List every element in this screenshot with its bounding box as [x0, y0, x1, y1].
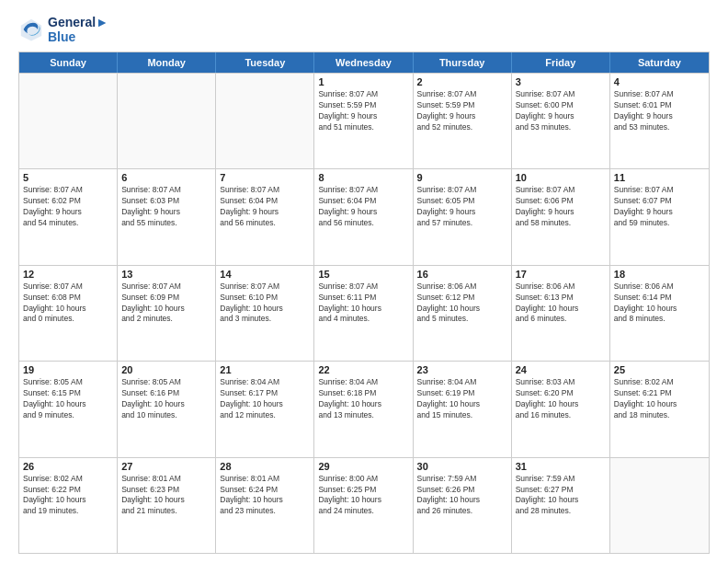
calendar-cell: 27Sunrise: 8:01 AM Sunset: 6:23 PM Dayli…: [118, 458, 216, 553]
logo-icon: [18, 17, 44, 42]
cell-info: Sunrise: 8:06 AM Sunset: 6:14 PM Dayligh…: [614, 282, 705, 326]
logo: General► Blue: [18, 15, 108, 44]
calendar-cell: 28Sunrise: 8:01 AM Sunset: 6:24 PM Dayli…: [216, 458, 314, 553]
cell-info: Sunrise: 8:07 AM Sunset: 6:09 PM Dayligh…: [121, 282, 211, 326]
calendar-cell: 24Sunrise: 8:03 AM Sunset: 6:20 PM Dayli…: [512, 362, 610, 456]
calendar-cell: 12Sunrise: 8:07 AM Sunset: 6:08 PM Dayli…: [19, 266, 118, 361]
header: General► Blue: [18, 15, 710, 44]
calendar-cell: 19Sunrise: 8:05 AM Sunset: 6:15 PM Dayli…: [19, 362, 118, 456]
cell-info: Sunrise: 8:01 AM Sunset: 6:23 PM Dayligh…: [121, 474, 211, 518]
cell-info: Sunrise: 8:07 AM Sunset: 6:02 PM Dayligh…: [23, 185, 113, 229]
calendar-cell: 10Sunrise: 8:07 AM Sunset: 6:06 PM Dayli…: [512, 169, 610, 264]
calendar-cell: 29Sunrise: 8:00 AM Sunset: 6:25 PM Dayli…: [314, 458, 413, 553]
cell-date: 31: [516, 461, 606, 472]
cell-date: 14: [220, 269, 310, 280]
header-day-thursday: Thursday: [414, 52, 512, 73]
calendar-cell: 23Sunrise: 8:04 AM Sunset: 6:19 PM Dayli…: [414, 362, 512, 456]
cell-info: Sunrise: 7:59 AM Sunset: 6:26 PM Dayligh…: [417, 474, 507, 518]
cell-date: 16: [417, 269, 507, 280]
cell-date: 28: [220, 461, 310, 472]
cell-info: Sunrise: 8:07 AM Sunset: 6:03 PM Dayligh…: [121, 185, 211, 229]
cell-info: Sunrise: 8:07 AM Sunset: 6:00 PM Dayligh…: [516, 89, 606, 133]
cell-date: 25: [614, 364, 705, 375]
cell-date: 23: [417, 364, 507, 375]
page: General► Blue SundayMondayTuesdayWednesd…: [0, 0, 728, 563]
calendar-body: 1Sunrise: 8:07 AM Sunset: 5:59 PM Daylig…: [19, 73, 709, 553]
cell-info: Sunrise: 8:07 AM Sunset: 5:59 PM Dayligh…: [417, 89, 507, 133]
calendar-cell: 17Sunrise: 8:06 AM Sunset: 6:13 PM Dayli…: [512, 266, 610, 361]
calendar-cell: 31Sunrise: 7:59 AM Sunset: 6:27 PM Dayli…: [512, 458, 610, 553]
cell-date: 22: [318, 364, 408, 375]
cell-date: 26: [23, 461, 113, 472]
cell-info: Sunrise: 8:06 AM Sunset: 6:13 PM Dayligh…: [516, 282, 606, 326]
cell-date: 10: [516, 172, 606, 183]
cell-info: Sunrise: 8:07 AM Sunset: 6:05 PM Dayligh…: [417, 185, 507, 229]
cell-info: Sunrise: 8:06 AM Sunset: 6:12 PM Dayligh…: [417, 282, 507, 326]
cell-date: 6: [121, 172, 211, 183]
calendar-cell: 30Sunrise: 7:59 AM Sunset: 6:26 PM Dayli…: [414, 458, 512, 553]
cell-info: Sunrise: 8:07 AM Sunset: 6:11 PM Dayligh…: [318, 282, 408, 326]
cell-info: Sunrise: 8:02 AM Sunset: 6:22 PM Dayligh…: [23, 474, 113, 518]
week-row-1: 5Sunrise: 8:07 AM Sunset: 6:02 PM Daylig…: [19, 168, 709, 264]
cell-date: 1: [318, 76, 408, 87]
cell-info: Sunrise: 8:07 AM Sunset: 6:01 PM Dayligh…: [614, 89, 705, 133]
cell-date: 19: [23, 364, 113, 375]
calendar-cell: 11Sunrise: 8:07 AM Sunset: 6:07 PM Dayli…: [610, 169, 709, 264]
calendar-cell: 3Sunrise: 8:07 AM Sunset: 6:00 PM Daylig…: [512, 74, 610, 168]
calendar: SundayMondayTuesdayWednesdayThursdayFrid…: [18, 52, 710, 554]
calendar-cell: 9Sunrise: 8:07 AM Sunset: 6:05 PM Daylig…: [414, 169, 512, 264]
cell-date: 24: [516, 364, 606, 375]
header-day-tuesday: Tuesday: [216, 52, 314, 73]
calendar-cell: 22Sunrise: 8:04 AM Sunset: 6:18 PM Dayli…: [314, 362, 413, 456]
logo-text: General► Blue: [48, 15, 108, 44]
calendar-cell: 13Sunrise: 8:07 AM Sunset: 6:09 PM Dayli…: [118, 266, 216, 361]
cell-date: 8: [318, 172, 408, 183]
calendar-cell: [216, 74, 314, 168]
cell-info: Sunrise: 8:07 AM Sunset: 6:10 PM Dayligh…: [220, 282, 310, 326]
calendar-header-row: SundayMondayTuesdayWednesdayThursdayFrid…: [19, 52, 709, 73]
cell-date: 7: [220, 172, 310, 183]
cell-date: 12: [23, 269, 113, 280]
cell-info: Sunrise: 8:07 AM Sunset: 5:59 PM Dayligh…: [318, 89, 408, 133]
week-row-4: 26Sunrise: 8:02 AM Sunset: 6:22 PM Dayli…: [19, 457, 709, 553]
header-day-wednesday: Wednesday: [314, 52, 413, 73]
calendar-cell: 6Sunrise: 8:07 AM Sunset: 6:03 PM Daylig…: [118, 169, 216, 264]
cell-date: 4: [614, 76, 705, 87]
week-row-0: 1Sunrise: 8:07 AM Sunset: 5:59 PM Daylig…: [19, 73, 709, 168]
cell-info: Sunrise: 8:07 AM Sunset: 6:07 PM Dayligh…: [614, 185, 705, 229]
calendar-cell: 4Sunrise: 8:07 AM Sunset: 6:01 PM Daylig…: [610, 74, 709, 168]
header-day-monday: Monday: [118, 52, 216, 73]
cell-date: 27: [121, 461, 211, 472]
cell-info: Sunrise: 8:04 AM Sunset: 6:19 PM Dayligh…: [417, 377, 507, 421]
calendar-cell: 26Sunrise: 8:02 AM Sunset: 6:22 PM Dayli…: [19, 458, 118, 553]
week-row-2: 12Sunrise: 8:07 AM Sunset: 6:08 PM Dayli…: [19, 265, 709, 361]
calendar-cell: 20Sunrise: 8:05 AM Sunset: 6:16 PM Dayli…: [118, 362, 216, 456]
calendar-cell: 14Sunrise: 8:07 AM Sunset: 6:10 PM Dayli…: [216, 266, 314, 361]
cell-date: 9: [417, 172, 507, 183]
cell-date: 11: [614, 172, 705, 183]
cell-info: Sunrise: 8:05 AM Sunset: 6:15 PM Dayligh…: [23, 377, 113, 421]
calendar-cell: 8Sunrise: 8:07 AM Sunset: 6:04 PM Daylig…: [314, 169, 413, 264]
cell-info: Sunrise: 8:03 AM Sunset: 6:20 PM Dayligh…: [516, 377, 606, 421]
cell-date: 13: [121, 269, 211, 280]
cell-info: Sunrise: 8:05 AM Sunset: 6:16 PM Dayligh…: [121, 377, 211, 421]
calendar-cell: [19, 74, 118, 168]
header-day-sunday: Sunday: [19, 52, 118, 73]
cell-date: 17: [516, 269, 606, 280]
cell-date: 29: [318, 461, 408, 472]
calendar-cell: [610, 458, 709, 553]
calendar-cell: 1Sunrise: 8:07 AM Sunset: 5:59 PM Daylig…: [314, 74, 413, 168]
cell-info: Sunrise: 8:00 AM Sunset: 6:25 PM Dayligh…: [318, 474, 408, 518]
header-day-saturday: Saturday: [610, 52, 709, 73]
cell-info: Sunrise: 8:02 AM Sunset: 6:21 PM Dayligh…: [614, 377, 705, 421]
cell-info: Sunrise: 8:07 AM Sunset: 6:08 PM Dayligh…: [23, 282, 113, 326]
cell-info: Sunrise: 8:07 AM Sunset: 6:04 PM Dayligh…: [318, 185, 408, 229]
cell-info: Sunrise: 8:07 AM Sunset: 6:06 PM Dayligh…: [516, 185, 606, 229]
calendar-cell: 2Sunrise: 8:07 AM Sunset: 5:59 PM Daylig…: [414, 74, 512, 168]
cell-info: Sunrise: 7:59 AM Sunset: 6:27 PM Dayligh…: [516, 474, 606, 518]
cell-date: 20: [121, 364, 211, 375]
calendar-cell: 7Sunrise: 8:07 AM Sunset: 6:04 PM Daylig…: [216, 169, 314, 264]
calendar-cell: 21Sunrise: 8:04 AM Sunset: 6:17 PM Dayli…: [216, 362, 314, 456]
calendar-cell: 15Sunrise: 8:07 AM Sunset: 6:11 PM Dayli…: [314, 266, 413, 361]
calendar-cell: 5Sunrise: 8:07 AM Sunset: 6:02 PM Daylig…: [19, 169, 118, 264]
